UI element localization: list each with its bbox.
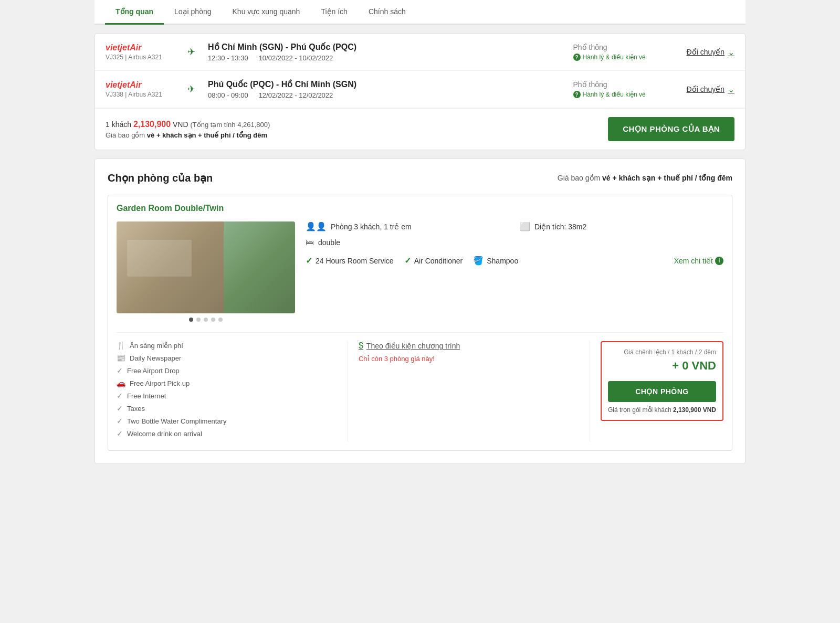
amenity-list-airport-drop: ✓ Free Airport Drop xyxy=(117,366,337,375)
room-image-inner xyxy=(117,221,295,313)
tabs-bar: Tổng quan Loại phòng Khu vực xung quanh … xyxy=(94,0,746,25)
check-icon-airport-drop: ✓ xyxy=(117,366,123,375)
airline-info-1: vietjetAir VJ325 | Airbus A321 xyxy=(106,43,179,61)
currency-val: VND xyxy=(173,120,188,129)
include-text: Giá bao gồm xyxy=(106,131,145,139)
flight-time-2: 08:00 - 09:00 xyxy=(208,91,248,99)
baggage-text-2: Hành lý & điều kiện vé xyxy=(583,91,646,98)
total-price: 2,130,900 VND xyxy=(673,406,716,414)
amenity-list-newspaper: 📰 Daily Newspaper xyxy=(117,354,337,362)
room-section: Chọn phòng của bạn Giá bao gồm vé + khác… xyxy=(94,159,746,464)
change-label-1: Đổi chuyến xyxy=(687,48,724,56)
flight-code-2: VJ338 | Airbus A321 xyxy=(106,91,179,98)
choose-room-button[interactable]: CHỌN PHÒNG CỦA BẠN xyxy=(608,117,734,141)
tab-khu-vuc[interactable]: Khu vực xung quanh xyxy=(222,0,311,25)
subtitle-text: Giá bao gồm xyxy=(558,174,600,182)
guests-icon: 👤👤 xyxy=(306,221,327,231)
flight-row-1: vietjetAir VJ325 | Airbus A321 ✈ Hồ Chí … xyxy=(95,34,745,71)
room-condition: $ Theo điều kiện chương trình Chỉ còn 3 … xyxy=(348,341,590,442)
chevron-down-icon-2: ⌄ xyxy=(728,85,734,94)
per-guest-label: 1 khách xyxy=(106,120,131,129)
room-amenities-list: 🍴 Ăn sáng miễn phí 📰 Daily Newspaper ✓ F… xyxy=(117,341,348,442)
flight-date-1: 10/02/2022 - 10/02/2022 xyxy=(259,54,333,62)
flight-details-2: Phú Quốc (PQC) - Hồ Chí Minh (SGN) 08:00… xyxy=(208,79,565,99)
flight-time-date-1: 12:30 - 13:30 10/02/2022 - 10/02/2022 xyxy=(208,54,565,62)
area-text: Diện tích: 38m2 xyxy=(534,223,586,231)
flight-row-2: vietjetAir VJ338 | Airbus A321 ✈ Phú Quố… xyxy=(95,71,745,108)
gallery-dot-5[interactable] xyxy=(218,318,223,322)
room-area: ⬜ Diện tích: 38m2 xyxy=(520,221,723,231)
baggage-link-2[interactable]: ? Hành lý & điều kiện vé xyxy=(573,91,678,98)
price-include: Giá bao gồm vé + khách sạn + thuế phí / … xyxy=(106,131,270,139)
condition-title[interactable]: $ Theo điều kiện chương trình xyxy=(359,341,579,351)
amenity-shampoo: 🪣 Shampoo xyxy=(473,256,518,266)
tab-tien-ich[interactable]: Tiện ích xyxy=(310,0,358,25)
shampoo-icon: 🪣 xyxy=(473,256,484,266)
info-circle-icon: i xyxy=(715,257,723,265)
airline-logo-1: vietjetAir xyxy=(106,43,179,52)
fork-knife-icon: 🍴 xyxy=(117,341,125,350)
gallery-dot-4[interactable] xyxy=(211,318,215,322)
subtitle-detail: vé + khách sạn + thuế phí / tổng đêm xyxy=(602,174,732,182)
amenity-list-airport-pick: 🚗 Free Airport Pick up xyxy=(117,379,337,387)
flight-time-date-2: 08:00 - 09:00 12/02/2022 - 12/02/2022 xyxy=(208,91,565,99)
flight-route-2: Phú Quốc (PQC) - Hồ Chí Minh (SGN) xyxy=(208,79,565,89)
guests-text: Phòng 3 khách, 1 trẻ em xyxy=(331,223,412,231)
gallery-dot-3[interactable] xyxy=(204,318,208,322)
room-info-grid: 👤👤 Phòng 3 khách, 1 trẻ em ⬜ Diện tích: … xyxy=(306,221,723,247)
pricing-label: Giá chênh lệch / 1 khách / 2 đêm xyxy=(608,349,716,356)
amenity-label-breakfast: Ăn sáng miễn phí xyxy=(130,342,183,350)
flight-time-1: 12:30 - 13:30 xyxy=(208,54,248,62)
amenity-label-airport-pick: Free Airport Pick up xyxy=(130,379,190,387)
price-summary-row: 1 khách 2,130,900 VND (Tổng tạm tính 4,2… xyxy=(95,108,745,150)
amenity-label-taxes: Taxes xyxy=(127,405,145,413)
flight-code-1: VJ325 | Airbus A321 xyxy=(106,54,179,61)
room-bottom: 🍴 Ăn sáng miễn phí 📰 Daily Newspaper ✓ F… xyxy=(117,332,723,442)
area-icon: ⬜ xyxy=(520,221,530,231)
room-bed-type: 🛏 double xyxy=(306,238,509,247)
plane-icon-1: ✈ xyxy=(187,46,195,58)
gallery-dot-1[interactable] xyxy=(189,318,193,322)
see-detail-link[interactable]: Xem chi tiết i xyxy=(674,257,723,265)
room-card: Garden Room Double/Twin xyxy=(108,195,732,451)
change-flight-2[interactable]: Đổi chuyến ⌄ xyxy=(687,85,734,94)
airline-logo-2: vietjetAir xyxy=(106,80,179,90)
tab-tong-quan[interactable]: Tổng quan xyxy=(105,0,164,25)
amenity-shampoo-label: Shampoo xyxy=(487,257,518,265)
pricing-total: Giá trọn gói mỗi khách 2,130,900 VND xyxy=(608,406,716,414)
include-detail: vé + khách sạn + thuế phí / tổng đêm xyxy=(147,131,267,139)
amenity-list-taxes: ✓ Taxes xyxy=(117,404,337,413)
amenity-list-internet: ✓ Free Internet xyxy=(117,392,337,400)
check-icon-welcome: ✓ xyxy=(117,429,123,438)
pricing-amount: + 0 VND xyxy=(608,359,716,373)
select-room-button[interactable]: CHỌN PHÒNG xyxy=(608,381,716,402)
condition-title-text: Theo điều kiện chương trình xyxy=(366,342,460,350)
room-img-right xyxy=(224,221,295,313)
price-value: 2,130,900 xyxy=(133,120,171,129)
amenity-list-welcome: ✓ Welcome drink on arrival xyxy=(117,429,337,438)
room-image-gallery xyxy=(117,221,295,322)
room-info: 👤👤 Phòng 3 khách, 1 trẻ em ⬜ Diện tích: … xyxy=(306,221,723,322)
room-image-placeholder[interactable] xyxy=(117,221,295,313)
total-note: (Tổng tạm tính 4,261,800) xyxy=(190,121,270,129)
info-icon-1: ? xyxy=(573,54,581,61)
bed-type-text: double xyxy=(318,238,340,247)
amenity-label-internet: Free Internet xyxy=(127,392,166,400)
check-icon-internet: ✓ xyxy=(117,392,123,400)
amenity-label-airport-drop: Free Airport Drop xyxy=(127,367,180,375)
amenity-24hrs: ✓ 24 Hours Room Service xyxy=(306,256,394,266)
condition-urgent: Chỉ còn 3 phòng giá này! xyxy=(359,355,579,363)
ticket-type-2: Phổ thông ? Hành lý & điều kiện vé xyxy=(573,80,678,98)
car-icon: 🚗 xyxy=(117,379,125,387)
tab-loai-phong[interactable]: Loại phòng xyxy=(164,0,222,25)
room-guests: 👤👤 Phòng 3 khách, 1 trẻ em xyxy=(306,221,509,231)
baggage-link-1[interactable]: ? Hành lý & điều kiện vé xyxy=(573,54,678,61)
gallery-dot-2[interactable] xyxy=(196,318,201,322)
flight-card-container: vietjetAir VJ325 | Airbus A321 ✈ Hồ Chí … xyxy=(94,33,746,150)
baggage-text-1: Hành lý & điều kiện vé xyxy=(583,54,646,61)
flight-date-2: 12/02/2022 - 12/02/2022 xyxy=(259,91,333,99)
tab-chinh-sach[interactable]: Chính sách xyxy=(358,0,416,25)
info-icon-2: ? xyxy=(573,91,581,98)
change-flight-1[interactable]: Đổi chuyến ⌄ xyxy=(687,47,734,57)
ticket-type-1: Phổ thông ? Hành lý & điều kiện vé xyxy=(573,43,678,61)
